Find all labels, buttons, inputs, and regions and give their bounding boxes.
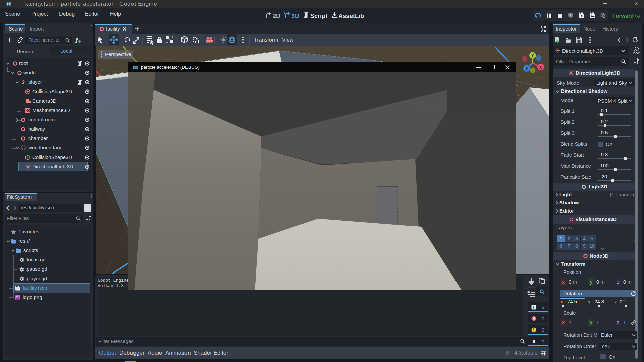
svg-text:Perspective: Perspective xyxy=(105,51,131,57)
svg-text:DOC: DOC xyxy=(633,52,640,55)
svg-text:2D: 2D xyxy=(273,13,280,19)
svg-text:Script: Script xyxy=(310,13,327,19)
svg-text:3D: 3D xyxy=(291,13,299,19)
svg-text:Z: Z xyxy=(525,66,528,71)
svg-text:Y: Y xyxy=(531,53,534,58)
svg-text:AssetLib: AssetLib xyxy=(338,13,364,19)
svg-text:X: X xyxy=(539,65,542,70)
